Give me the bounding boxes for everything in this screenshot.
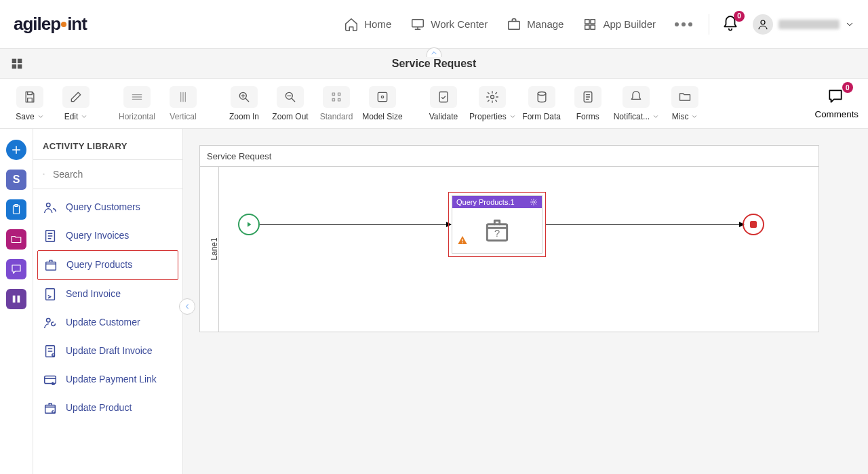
- nav-home[interactable]: Home: [344, 17, 391, 32]
- svg-rect-2: [585, 19, 589, 23]
- invoice-refresh-icon: [43, 344, 58, 359]
- sidebar-collapse-button[interactable]: [179, 298, 195, 315]
- rail-add-button[interactable]: [6, 140, 26, 160]
- svg-rect-9: [12, 64, 16, 68]
- act-query-customers[interactable]: Query Customers: [37, 193, 178, 222]
- svg-text:?: ?: [494, 228, 500, 239]
- vertical-button[interactable]: Vertical: [163, 86, 203, 121]
- svg-rect-13: [378, 92, 387, 101]
- user-menu[interactable]: [753, 14, 854, 35]
- app-header: agilepint Home Work Center Manage App Bu…: [0, 0, 868, 49]
- comments-button[interactable]: 0 Comments: [815, 87, 859, 119]
- rail-s-button[interactable]: S: [6, 170, 26, 190]
- rail-folder-button[interactable]: [6, 229, 26, 250]
- fit-icon: [376, 90, 389, 104]
- svg-rect-36: [462, 242, 462, 243]
- svg-rect-35: [462, 239, 462, 241]
- nav-appbuilder[interactable]: App Builder: [583, 17, 656, 32]
- activity-list: Query Customers Query Invoices Query Pro…: [33, 189, 182, 474]
- rail-clipboard-button[interactable]: [6, 199, 26, 220]
- act-update-customer[interactable]: Update Customer: [37, 309, 178, 337]
- lane-gutter: Lane1: [200, 166, 219, 332]
- svg-rect-31: [45, 405, 56, 413]
- play-icon: [245, 220, 253, 229]
- svg-point-24: [47, 203, 51, 208]
- misc-button[interactable]: Misc: [665, 86, 705, 121]
- svg-point-16: [491, 95, 494, 98]
- logo-dot-icon: [61, 22, 66, 27]
- svg-rect-21: [13, 296, 16, 303]
- left-rail: S: [0, 129, 33, 474]
- act-send-invoice[interactable]: Send Invoice: [37, 280, 178, 309]
- nav-more[interactable]: [675, 22, 692, 26]
- validate-icon: [437, 90, 450, 104]
- start-node[interactable]: [238, 214, 260, 235]
- properties-button[interactable]: Properties: [469, 86, 516, 121]
- model-size-button[interactable]: Model Size: [362, 86, 403, 121]
- avatar-icon: [753, 14, 773, 35]
- standard-button[interactable]: Standard: [316, 86, 357, 121]
- box-icon: [43, 258, 58, 273]
- forms-button[interactable]: Forms: [568, 86, 608, 121]
- process-canvas[interactable]: Service Request Lane1 Query Products.1 ?: [199, 145, 819, 332]
- payment-icon: [43, 372, 58, 387]
- rail-columns-button[interactable]: [6, 289, 26, 309]
- svg-rect-7: [12, 58, 16, 62]
- form-data-button[interactable]: Form Data: [521, 86, 562, 121]
- plus-icon: [10, 144, 22, 156]
- nav-label: App Builder: [603, 18, 656, 30]
- node-body: ?: [452, 208, 542, 253]
- act-update-payment-link[interactable]: Update Payment Link: [37, 366, 178, 394]
- briefcase-icon: [507, 17, 521, 32]
- box-refresh-icon: [43, 401, 58, 416]
- vertical-icon: [176, 90, 190, 104]
- search-input[interactable]: [52, 168, 173, 180]
- svg-rect-15: [439, 92, 448, 102]
- divider: [200, 166, 818, 167]
- columns-icon: [10, 293, 22, 305]
- validate-button[interactable]: Validate: [423, 86, 464, 121]
- logo-text-2: int: [67, 14, 87, 35]
- invoice-icon: [43, 229, 58, 243]
- chat-icon: [826, 87, 845, 105]
- node-query-products[interactable]: Query Products.1 ?: [452, 195, 542, 254]
- node-selection: Query Products.1 ?: [448, 192, 546, 257]
- logo: agilepint: [14, 14, 87, 35]
- activity-library: ACTIVITY LIBRARY Query Customers Query I…: [33, 129, 183, 474]
- svg-rect-1: [509, 21, 520, 29]
- notifications-button[interactable]: 0: [722, 15, 741, 34]
- edit-icon: [69, 90, 83, 104]
- zoom-out-button[interactable]: Zoom Out: [270, 86, 311, 121]
- connector[interactable]: [546, 224, 744, 225]
- act-update-product[interactable]: Update Product: [37, 394, 178, 422]
- act-update-draft-invoice[interactable]: Update Draft Invoice: [37, 337, 178, 366]
- save-button[interactable]: Save: [9, 86, 50, 121]
- zoom-in-button[interactable]: Zoom In: [224, 86, 264, 121]
- act-query-invoices[interactable]: Query Invoices: [37, 222, 178, 250]
- edit-button[interactable]: Edit: [56, 86, 96, 121]
- svg-rect-30: [45, 376, 56, 384]
- monitor-icon: [410, 17, 425, 32]
- gear-icon[interactable]: [530, 198, 538, 206]
- connector[interactable]: [260, 224, 451, 225]
- nav-manage[interactable]: Manage: [507, 17, 564, 32]
- chevron-down-icon: [509, 113, 516, 120]
- svg-rect-0: [412, 19, 424, 26]
- svg-rect-26: [46, 262, 56, 270]
- folder-icon: [678, 90, 692, 104]
- search-icon: [43, 168, 45, 180]
- act-query-products[interactable]: Query Products: [37, 250, 178, 280]
- notifications-badge: 0: [734, 11, 745, 22]
- chevron-down-icon: [81, 113, 87, 120]
- user-name: [778, 20, 840, 29]
- notifications-button-tool[interactable]: Notificat...: [614, 86, 659, 121]
- nav-workcenter[interactable]: Work Center: [410, 17, 488, 32]
- end-node[interactable]: [743, 214, 764, 235]
- rail-chat-button[interactable]: [6, 259, 26, 279]
- tab-expand-button[interactable]: [427, 47, 441, 57]
- horizontal-button[interactable]: Horizontal: [117, 86, 157, 121]
- box-q-icon: ?: [482, 216, 512, 245]
- svg-rect-5: [591, 24, 595, 28]
- main: S ACTIVITY LIBRARY Query Customers Query…: [0, 129, 868, 474]
- tabs-icon[interactable]: [9, 56, 24, 71]
